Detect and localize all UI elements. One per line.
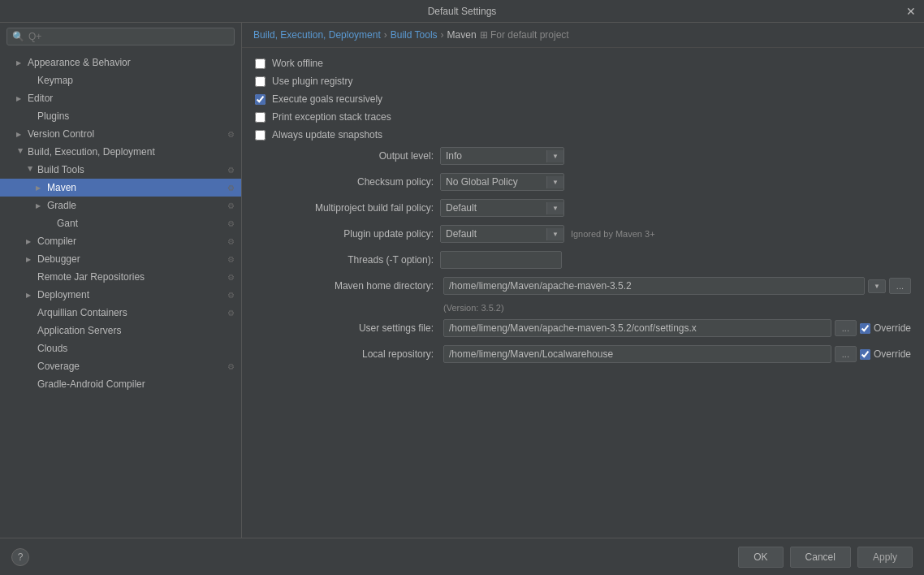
sidebar-item-label: Clouds <box>37 343 235 354</box>
sidebar-item-label: Keymap <box>37 75 235 86</box>
checkbox-label-executegoals[interactable]: Execute goals recursively <box>272 93 382 105</box>
threads-input[interactable] <box>440 251 562 269</box>
local-repo-input[interactable] <box>443 345 831 363</box>
right-panel: Build, Execution, Deployment › Build Too… <box>242 23 924 538</box>
search-box[interactable]: 🔍 <box>6 28 235 45</box>
form-label-pluginupdate: Plugin update policy: <box>255 228 434 240</box>
sidebar-item-deployment[interactable]: ▶Deployment⚙ <box>0 286 241 304</box>
sidebar-item-label: Remote Jar Repositories <box>37 271 224 283</box>
breadcrumb-build[interactable]: Build, Execution, Deployment <box>253 29 381 41</box>
checkbox-alwaysupdate[interactable] <box>255 130 266 141</box>
local-repo-override-label[interactable]: Override <box>874 348 911 360</box>
form-row-user-settings: User settings file:...Override <box>255 319 911 337</box>
sidebar-item-gant[interactable]: Gant⚙ <box>0 214 241 232</box>
user-settings-override-label[interactable]: Override <box>874 322 911 334</box>
sidebar-item-clouds[interactable]: Clouds <box>0 339 241 357</box>
local-repo-override-checkbox[interactable] <box>860 349 870 360</box>
select-multiproject[interactable]: DefaultFail At EndFail NeverFail Fast <box>441 200 546 216</box>
sidebar-item-label: Gradle-Android Compiler <box>37 378 235 390</box>
sidebar-item-appearance[interactable]: ▶Appearance & Behavior <box>0 54 241 71</box>
arrow-icon: ▶ <box>26 238 34 245</box>
maven-home-dropdown-button[interactable]: ▼ <box>868 279 886 293</box>
breadcrumb-arrow-1: › <box>384 29 387 41</box>
local-repo-browse-button[interactable]: ... <box>835 346 857 362</box>
settings-icon: ⚙ <box>227 219 235 228</box>
dialog-title: Default Settings <box>428 6 497 17</box>
form-row-maven-home: Maven home directory:▼... <box>255 277 911 295</box>
maven-home-input[interactable] <box>443 277 865 295</box>
cancel-button[interactable]: Cancel <box>790 547 851 568</box>
sidebar-item-gradle[interactable]: ▶Gradle⚙ <box>0 197 241 214</box>
checkbox-row-workoffline: Work offline <box>255 58 911 69</box>
sidebar-item-label: Version Control <box>28 128 224 140</box>
sidebar-item-label: Deployment <box>37 289 224 300</box>
arrow-icon: ▶ <box>26 256 34 263</box>
search-input[interactable] <box>28 31 229 42</box>
sidebar-item-arquillian[interactable]: Arquillian Containers⚙ <box>0 304 241 322</box>
select-checksum[interactable]: No Global PolicyFailWarnIgnore <box>441 174 546 190</box>
settings-icon: ⚙ <box>227 291 235 300</box>
checkbox-row-alwaysupdate: Always update snapshots <box>255 129 911 141</box>
checkbox-label-alwaysupdate[interactable]: Always update snapshots <box>272 129 382 141</box>
settings-icon: ⚙ <box>227 184 235 192</box>
sidebar-item-label: Gradle <box>47 200 224 211</box>
checkbox-label-printexception[interactable]: Print exception stack traces <box>272 111 391 123</box>
settings-icon: ⚙ <box>227 201 235 210</box>
sidebar-item-bed[interactable]: ▶Build, Execution, Deployment <box>0 143 241 161</box>
sidebar-item-label: Build, Execution, Deployment <box>28 146 235 158</box>
sidebar-item-appservers[interactable]: Application Servers <box>0 322 241 339</box>
local-repo-override: Override <box>860 348 911 360</box>
sidebar-item-buildtools[interactable]: ▶Build Tools⚙ <box>0 161 241 179</box>
settings-icon: ⚙ <box>227 130 235 139</box>
user-settings-override-checkbox[interactable] <box>860 323 870 334</box>
form-row-local-repo: Local repository:...Override <box>255 345 911 363</box>
dropdown-arrow-icon[interactable]: ▼ <box>546 150 563 162</box>
help-button[interactable]: ? <box>11 548 29 566</box>
select-pluginupdate[interactable]: DefaultForceNever <box>441 226 546 242</box>
sidebar-item-label: Maven <box>47 182 224 193</box>
sidebar-item-maven[interactable]: ▶Maven⚙ <box>0 179 241 197</box>
user-settings-input[interactable] <box>443 319 831 337</box>
select-wrapper-checksum: No Global PolicyFailWarnIgnore▼ <box>440 173 564 191</box>
select-wrapper-outputlevel: DebugInfoWarningError▼ <box>440 147 564 165</box>
sidebar-item-keymap[interactable]: Keymap <box>0 71 241 89</box>
checkbox-label-workoffline[interactable]: Work offline <box>272 58 323 69</box>
dropdown-arrow-icon[interactable]: ▼ <box>546 176 563 188</box>
sidebar-item-compiler[interactable]: ▶Compiler⚙ <box>0 232 241 250</box>
bottom-right: OK Cancel Apply <box>738 547 913 568</box>
sidebar-item-debugger[interactable]: ▶Debugger⚙ <box>0 250 241 268</box>
select-wrapper-multiproject: DefaultFail At EndFail NeverFail Fast▼ <box>440 199 564 217</box>
breadcrumb-buildtools[interactable]: Build Tools <box>391 29 438 41</box>
ok-button[interactable]: OK <box>738 547 783 568</box>
sidebar-item-gradleandroid[interactable]: Gradle-Android Compiler <box>0 375 241 393</box>
arrow-icon: ▶ <box>16 59 24 67</box>
sidebar-item-plugins[interactable]: Plugins <box>0 107 241 125</box>
checkbox-label-usepluginreg[interactable]: Use plugin registry <box>272 76 352 87</box>
breadcrumb-default-project: ⊞ For default project <box>480 29 569 41</box>
dropdown-arrow-icon[interactable]: ▼ <box>546 202 563 214</box>
select-outputlevel[interactable]: DebugInfoWarningError <box>441 148 546 164</box>
checkbox-executegoals[interactable] <box>255 94 266 105</box>
sidebar-item-vcs[interactable]: ▶Version Control⚙ <box>0 125 241 143</box>
apply-button[interactable]: Apply <box>857 547 913 568</box>
checkbox-workoffline[interactable] <box>255 58 266 69</box>
maven-home-browse-button[interactable]: ... <box>889 278 911 294</box>
sidebar-item-editor[interactable]: ▶Editor <box>0 89 241 107</box>
checkbox-usepluginreg[interactable] <box>255 76 266 87</box>
checkbox-printexception[interactable] <box>255 112 266 123</box>
sidebar-item-coverage[interactable]: Coverage⚙ <box>0 357 241 375</box>
checkbox-row-executegoals: Execute goals recursively <box>255 93 911 105</box>
form-row-outputlevel: Output level:DebugInfoWarningError▼ <box>255 147 911 165</box>
form-label-multiproject: Multiproject build fail policy: <box>255 202 434 214</box>
dropdown-arrow-icon[interactable]: ▼ <box>546 228 563 240</box>
sidebar-item-label: Build Tools <box>37 164 224 175</box>
form-label-local-repo: Local repository: <box>255 348 434 360</box>
sidebar-item-label: Editor <box>28 93 235 104</box>
sidebar-item-remotejar[interactable]: Remote Jar Repositories⚙ <box>0 268 241 286</box>
settings-icon: ⚙ <box>227 166 235 175</box>
arrow-icon: ▶ <box>17 148 24 156</box>
arrow-icon: ▶ <box>36 202 44 210</box>
user-settings-browse-button[interactable]: ... <box>835 320 857 336</box>
form-row-multiproject: Multiproject build fail policy:DefaultFa… <box>255 199 911 217</box>
close-button[interactable]: ✕ <box>906 5 916 18</box>
